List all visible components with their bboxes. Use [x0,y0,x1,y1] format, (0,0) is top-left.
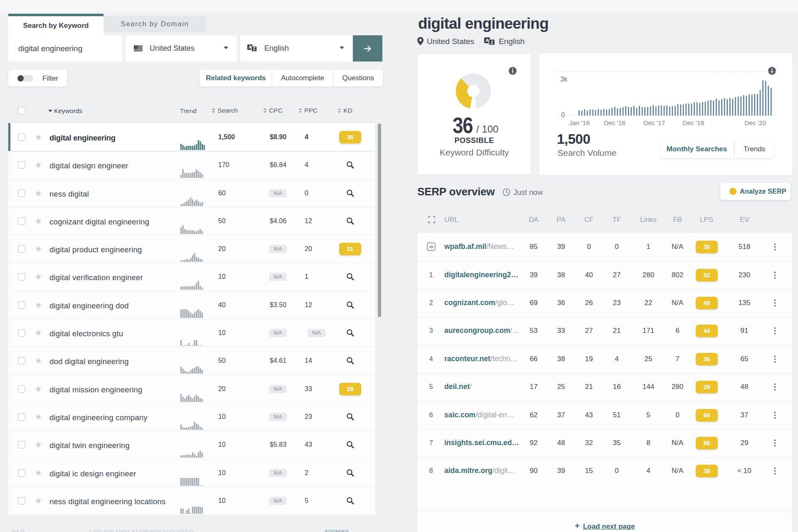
svg-text:99: 99 [429,245,433,249]
svg-text:Z: Z [253,47,255,51]
svg-text:A: A [485,38,489,43]
svg-text:A: A [249,45,251,49]
svg-text:Z: Z [490,40,493,45]
